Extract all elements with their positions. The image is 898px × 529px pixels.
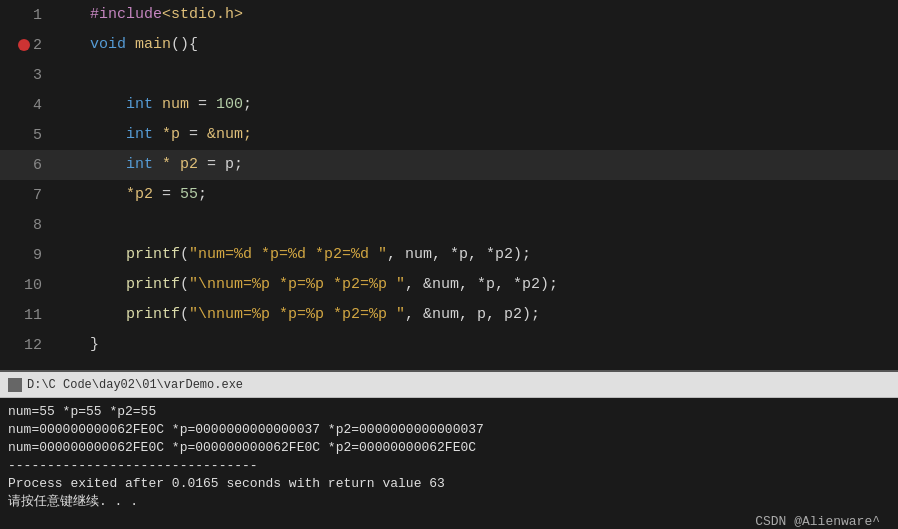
csdn-watermark: CSDN @Alienware^ [755,514,880,529]
terminal-title: D:\C Code\day02\01\varDemo.exe [27,378,243,392]
breakpoint-dot [18,39,30,51]
code-line-12: 12 } [0,330,898,360]
code-line-4: 4 int num = 100; [0,90,898,120]
code-content-7: *p2 = 55; [50,180,207,210]
code-content-2: void main(){ [50,30,198,60]
code-line-2: 2 void main(){ [0,30,898,60]
line-number-4: 4 [0,97,50,114]
code-line-6: 6 int * p2 = p; [0,150,898,180]
terminal-body: num=55 *p=55 *p2=55 num=000000000062FE0C… [0,398,898,529]
code-line-10: 10 printf("\nnum=%p *p=%p *p2=%p ", &num… [0,270,898,300]
code-content-6: int * p2 = p; [50,150,243,180]
line-number-7: 7 [0,187,50,204]
code-content-11: printf("\nnum=%p *p=%p *p2=%p ", &num, p… [50,300,540,330]
line-number-3: 3 [0,67,50,84]
code-line-7: 7 *p2 = 55; [0,180,898,210]
line-number-9: 9 [0,247,50,264]
terminal-line-3: num=000000000062FE0C *p=000000000062FE0C… [8,439,890,457]
terminal-line-5: Process exited after 0.0165 seconds with… [8,475,890,493]
terminal-divider: -------------------------------- [8,457,890,475]
code-content-10: printf("\nnum=%p *p=%p *p2=%p ", &num, *… [50,270,558,300]
line-number-5: 5 [0,127,50,144]
line-number-1: 1 [0,7,50,24]
code-line-8: 8 [0,210,898,240]
line-number-10: 10 [0,277,50,294]
line-number-11: 11 [0,307,50,324]
terminal-footer: CSDN @Alienware^ [8,513,890,529]
line-number-12: 12 [0,337,50,354]
terminal-line-2: num=000000000062FE0C *p=0000000000000037… [8,421,890,439]
code-line-3: 3 [0,60,898,90]
code-line-5: 5 int *p = &num; [0,120,898,150]
line-number-8: 8 [0,217,50,234]
code-content-9: printf("num=%d *p=%d *p2=%d ", num, *p, … [50,240,531,270]
line-number-6: 6 [0,157,50,174]
line-number-2: 2 [0,37,50,54]
terminal-window: D:\C Code\day02\01\varDemo.exe num=55 *p… [0,370,898,529]
code-content-1: #include<stdio.h> [50,0,243,30]
terminal-titlebar: D:\C Code\day02\01\varDemo.exe [0,372,898,398]
code-line-9: 9 printf("num=%d *p=%d *p2=%d ", num, *p… [0,240,898,270]
code-editor: 1 #include<stdio.h> 2 void main(){ 3 4 i… [0,0,898,370]
code-line-11: 11 printf("\nnum=%p *p=%p *p2=%p ", &num… [0,300,898,330]
code-content-5: int *p = &num; [50,120,252,150]
code-content-4: int num = 100; [50,90,252,120]
terminal-app-icon [8,378,22,392]
terminal-line-1: num=55 *p=55 *p2=55 [8,403,890,421]
code-line-1: 1 #include<stdio.h> [0,0,898,30]
terminal-line-6: 请按任意键继续. . . [8,493,890,511]
code-content-12: } [50,330,99,360]
